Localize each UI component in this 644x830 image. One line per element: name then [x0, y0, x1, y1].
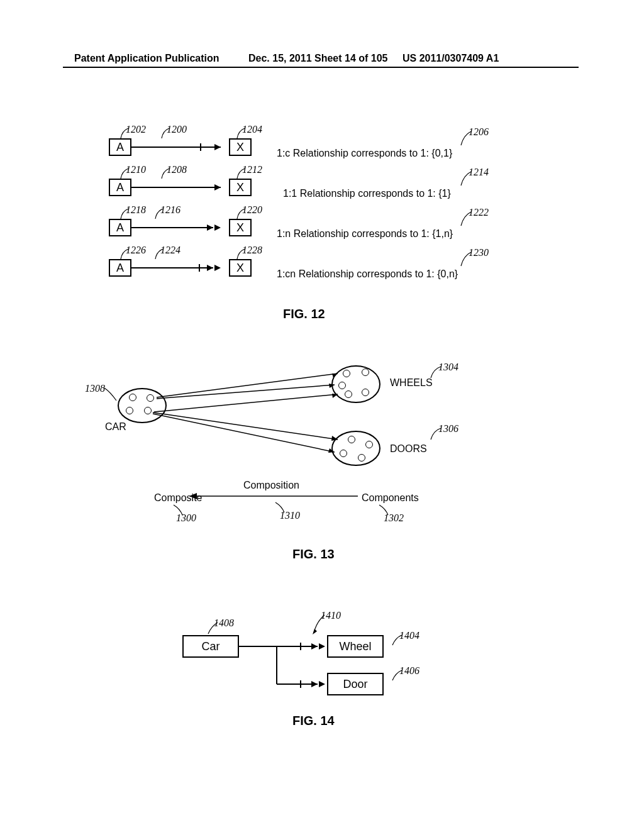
node-icon	[129, 394, 136, 401]
svg-marker-11	[214, 265, 221, 271]
fig14-title: FIG. 14	[292, 714, 335, 728]
arrow-1c-icon	[131, 138, 229, 156]
desc-1: 1:c Relationship corresponds to 1: {0,1}	[277, 148, 452, 159]
leader-icon	[160, 167, 172, 180]
node-icon	[126, 407, 133, 414]
connections-icon	[149, 368, 344, 475]
wheels-label: WHEELS	[390, 377, 433, 389]
box-x-3: X	[229, 219, 252, 236]
leader-icon	[272, 501, 286, 514]
desc-4: 1:cn Relationship corresponds to 1: {0,n…	[277, 268, 458, 280]
svg-line-15	[157, 374, 338, 397]
box-a-4: A	[109, 259, 131, 277]
leader-icon	[235, 248, 248, 260]
svg-marker-34	[311, 681, 318, 687]
box-x-2: X	[229, 179, 252, 196]
components-label: Components	[362, 492, 419, 504]
header-center: Dec. 15, 2011 Sheet 14 of 105	[248, 53, 387, 64]
arrow-11-icon	[131, 179, 229, 196]
composition-label: Composition	[243, 480, 299, 491]
box-a-1: A	[109, 138, 131, 156]
desc-3: 1:n Relationship corresponds to 1: {1,n}	[277, 228, 453, 240]
leader-icon	[460, 251, 476, 267]
arrow-1cn-icon	[131, 259, 229, 277]
node-icon	[365, 441, 373, 448]
leader-icon	[430, 365, 447, 379]
figure-14: Car Wheel Door 1408 1410 1404 1406	[176, 610, 453, 717]
leader-icon	[391, 669, 404, 683]
header-right: US 2011/0307409 A1	[402, 53, 499, 64]
wheel-box: Wheel	[327, 635, 384, 658]
svg-line-23	[153, 414, 335, 452]
doors-label: DOORS	[390, 443, 427, 455]
figure-13: CAR 1308 WHEELS 1304 DOORS 1306 Composit…	[91, 362, 494, 538]
leader-icon	[119, 248, 131, 260]
box-x-1: X	[229, 138, 252, 156]
leader-icon	[119, 208, 131, 220]
box-a-3: A	[109, 219, 131, 236]
leader-icon	[153, 248, 166, 260]
svg-marker-7	[214, 224, 221, 231]
fig13-title: FIG. 13	[292, 547, 335, 562]
leader-icon	[153, 208, 166, 220]
node-icon	[358, 454, 365, 462]
leader-icon	[235, 167, 248, 180]
desc-2: 1:1 Relationship corresponds to 1: {1}	[283, 188, 451, 199]
svg-marker-36	[313, 629, 317, 634]
leader-icon	[235, 208, 248, 220]
figure-12: A X 1202 1200 1204 1:c Relationship corr…	[97, 116, 550, 299]
svg-marker-4	[214, 184, 221, 191]
svg-marker-6	[207, 224, 213, 231]
header-rule	[63, 67, 579, 68]
leader-icon	[160, 127, 172, 140]
fig14-arrows-icon	[239, 635, 333, 698]
leader-icon	[119, 127, 131, 140]
node-icon	[362, 389, 369, 396]
svg-marker-16	[332, 374, 338, 378]
box-a-2: A	[109, 179, 131, 196]
svg-line-17	[157, 385, 335, 399]
leader-icon	[119, 167, 131, 180]
leader-icon	[460, 170, 476, 187]
leader-icon	[430, 427, 447, 441]
svg-marker-29	[311, 643, 318, 650]
leader-icon	[391, 634, 404, 648]
leader-icon	[460, 130, 476, 147]
car-box: Car	[182, 635, 239, 658]
leader-icon	[375, 504, 389, 516]
box-x-4: X	[229, 259, 252, 277]
arrow-1n-icon	[131, 219, 229, 236]
leader-icon	[460, 211, 476, 227]
svg-marker-18	[329, 384, 335, 388]
door-box: Door	[327, 673, 384, 695]
leader-icon	[206, 621, 220, 635]
node-icon	[362, 368, 369, 376]
leader-icon	[235, 127, 248, 140]
svg-marker-2	[214, 144, 221, 150]
leader-icon	[103, 387, 121, 402]
svg-marker-24	[328, 448, 335, 453]
node-icon	[348, 436, 355, 443]
car-label: CAR	[105, 421, 126, 433]
composition-arrow-icon	[188, 490, 364, 502]
node-icon	[345, 390, 352, 398]
svg-marker-10	[207, 265, 213, 271]
svg-marker-22	[331, 436, 338, 441]
svg-marker-20	[332, 394, 338, 398]
svg-marker-35	[319, 681, 325, 687]
svg-line-21	[153, 412, 338, 440]
leader-icon	[312, 614, 328, 636]
fig12-title: FIG. 12	[283, 307, 325, 321]
header-left: Patent Application Publication	[74, 53, 219, 64]
svg-marker-30	[319, 643, 325, 650]
leader-icon	[170, 504, 184, 516]
composite-label: Composite	[154, 492, 202, 504]
